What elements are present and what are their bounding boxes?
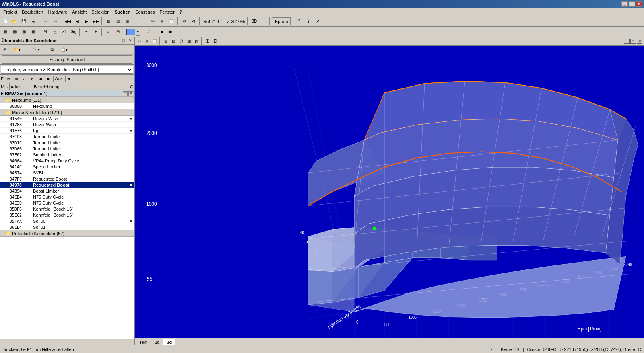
hexdump-item[interactable]: 00000 Hexdump — [0, 103, 134, 109]
pt-btn3[interactable]: 🔧▾ — [29, 46, 44, 53]
filter-dropdown[interactable]: ▾ — [65, 76, 73, 82]
bmw-group-header[interactable]: ▶ BMW 3er (Version 1) □ ✕ — [0, 90, 134, 97]
item-04E30[interactable]: 04E30 N75 Duty Cycle — [0, 200, 134, 206]
eprom-button[interactable]: Eprom — [272, 17, 291, 25]
menu-bearbeiten[interactable]: Bearbeiten — [19, 9, 45, 15]
tb2-blue1[interactable] — [126, 29, 135, 35]
mdi-btn2[interactable]: ⊡ — [170, 38, 177, 45]
tb2-nav-right[interactable]: ▶ — [167, 27, 175, 36]
menu-suchen[interactable]: Suchen — [112, 9, 133, 15]
panel-float-btn[interactable]: ⬡ — [120, 37, 127, 44]
mdi-btn1[interactable]: ⊞ — [162, 38, 169, 45]
new-button[interactable]: 📄 — [1, 17, 10, 26]
session-button[interactable]: Sitzung: Standard — [2, 55, 132, 64]
tb2-btn1[interactable]: ▦ — [1, 27, 10, 36]
menu-ansicht[interactable]: Ansicht — [70, 9, 89, 15]
mdi-btn3[interactable]: ⬡ — [178, 38, 185, 45]
tb2-org[interactable]: 0rg — [69, 27, 78, 36]
mdi-copy[interactable]: ⎘ — [143, 38, 151, 45]
item-03E02[interactable]: 03E02 Smoke Limiter ─ — [0, 152, 134, 158]
mdi-btn5[interactable]: ▧ — [193, 38, 200, 45]
bmw-close-btn[interactable]: ✕ — [128, 91, 133, 96]
mdi-sigma[interactable]: Σ — [204, 38, 211, 45]
tb2-arrow[interactable]: ↙ — [104, 27, 113, 36]
tb2-scale[interactable]: ⊞ — [114, 27, 122, 36]
tb2-color-dropdown[interactable]: ▾ — [136, 28, 140, 36]
pt-btn1[interactable]: ⊞ — [1, 46, 9, 53]
tb-config[interactable]: ⚙ — [189, 17, 198, 26]
tb2-minus[interactable]: − — [82, 27, 91, 36]
item-05EC2[interactable]: 05EC2 Kennfeld "Bosch 16" — [0, 212, 134, 218]
tb-q[interactable]: ? — [295, 17, 303, 26]
item-03D1C[interactable]: 03D1C Torque Limiter ─ — [0, 140, 134, 146]
tab-3d[interactable]: 3d — [163, 339, 175, 345]
tb-hex-btn[interactable]: || — [259, 17, 268, 26]
tb-refresh[interactable]: ↺ — [180, 17, 189, 26]
item-05FAA[interactable]: 05FAA Soi 00 ■ — [0, 218, 134, 224]
menu-sonstiges[interactable]: Sonstiges — [133, 9, 157, 15]
item-01788[interactable]: 01788 Driver Wish — [0, 122, 134, 128]
tb-cut[interactable]: ✂ — [149, 17, 157, 26]
tb2-plus[interactable]: + — [91, 27, 100, 36]
tb2-x1[interactable]: ×1 — [60, 27, 69, 36]
panel-close-btn[interactable]: ✕ — [127, 37, 134, 44]
redo-button[interactable]: ↪ — [51, 17, 60, 26]
tree-list[interactable]: ▶ BMW 3er (Version 1) □ ✕ 📁 Hexdump (1/1… — [0, 90, 134, 339]
save-button[interactable]: 💾 — [19, 17, 28, 26]
item-01F36[interactable]: 01F36 Egr ■ — [0, 128, 134, 134]
tb-cursor[interactable]: ↗ — [313, 17, 322, 26]
tb2-delta[interactable]: △ — [51, 27, 60, 36]
menu-fenster[interactable]: Fenster — [157, 9, 177, 15]
close-button[interactable]: ✕ — [636, 1, 642, 7]
projects-select[interactable]: Projekte, Versionen & Kennfelder: (Strg+… — [1, 66, 133, 74]
meine-group-header[interactable]: 📁 Meine Kennfelder (19/19) — [0, 109, 134, 116]
item-04CB4[interactable]: 04CB4 N75 Duty Cycle — [0, 194, 134, 200]
print-button[interactable]: 🖨 — [29, 17, 37, 26]
menu-help[interactable]: ? — [177, 9, 184, 15]
pt-btn5[interactable]: 📋▾ — [56, 46, 72, 53]
mdi-max-btn[interactable]: □ — [630, 39, 636, 44]
tb-misc1[interactable]: ⊞ — [104, 17, 113, 26]
filter-btn3[interactable]: B — [29, 76, 36, 82]
chart-container[interactable]: .grid-line { stroke: rgba(100,120,255,0.… — [135, 46, 644, 338]
minimize-button[interactable]: _ — [621, 1, 628, 7]
filter-btn5[interactable]: ▶ — [45, 76, 52, 82]
tab-2d[interactable]: 2d — [151, 339, 163, 345]
tb-paste[interactable]: 📋 — [167, 17, 176, 26]
mdi-paste[interactable]: 📋 — [151, 38, 158, 45]
item-04574[interactable]: 04574 SVBL — [0, 170, 134, 176]
item-01540[interactable]: 01540 Drivers Wish ■ — [0, 116, 134, 122]
tb2-pct[interactable]: % — [41, 27, 50, 36]
potentielle-group-header[interactable]: 📁 Potentielle Kennfelder (57) — [0, 230, 134, 237]
mdi-close-btn[interactable]: ✕ — [637, 39, 642, 44]
item-061E4[interactable]: 061E4 Soi 01 — [0, 224, 134, 230]
tb2-nav-left[interactable]: ◀ — [157, 27, 166, 36]
tb-misc2[interactable]: ⊟ — [114, 17, 122, 26]
tb-misc3[interactable]: ⊠ — [123, 17, 132, 26]
mdi-min-btn[interactable]: ─ — [624, 39, 630, 44]
menu-selektion[interactable]: Selektion — [89, 9, 112, 15]
tb2-misc1[interactable]: ⇌ — [144, 27, 153, 36]
pt-btn2[interactable]: 📂▾ — [9, 46, 25, 53]
tb-3d-btn[interactable]: 3D — [250, 17, 259, 26]
bmw-restore-btn[interactable]: □ — [123, 91, 128, 96]
open-button[interactable]: 📂 — [10, 17, 19, 26]
filter-btn2[interactable]: A — [21, 76, 28, 82]
item-04978[interactable]: 04978 Requested Boost ■ — [0, 182, 134, 188]
tb-misc4[interactable]: ✛ — [136, 17, 144, 26]
menu-projekt[interactable]: Projekt — [1, 9, 19, 15]
back-btn[interactable]: ◀◀ — [64, 17, 72, 26]
tb2-btn4[interactable]: ▦ — [29, 27, 37, 36]
item-03CD8[interactable]: 03CD8 Torque Limiter ─ — [0, 134, 134, 140]
filter-aus-button[interactable]: Aus — [53, 76, 65, 82]
menu-hardware[interactable]: Hardware — [45, 9, 70, 15]
tb2-btn3[interactable]: ▦ — [19, 27, 28, 36]
prev-btn[interactable]: ◀ — [73, 17, 82, 26]
undo-button[interactable]: ↩ — [41, 17, 50, 26]
fwd-btn[interactable]: ▶▶ — [91, 17, 100, 26]
hexdump-group-header[interactable]: 📁 Hexdump (1/1) — [0, 97, 134, 103]
tb-i[interactable]: ℹ — [304, 17, 313, 26]
mdi-cut[interactable]: ✂ — [136, 38, 143, 45]
item-04064[interactable]: 04064 VP44 Pump Duty Cycle — [0, 158, 134, 164]
tb-copy[interactable]: ⎘ — [158, 17, 167, 26]
